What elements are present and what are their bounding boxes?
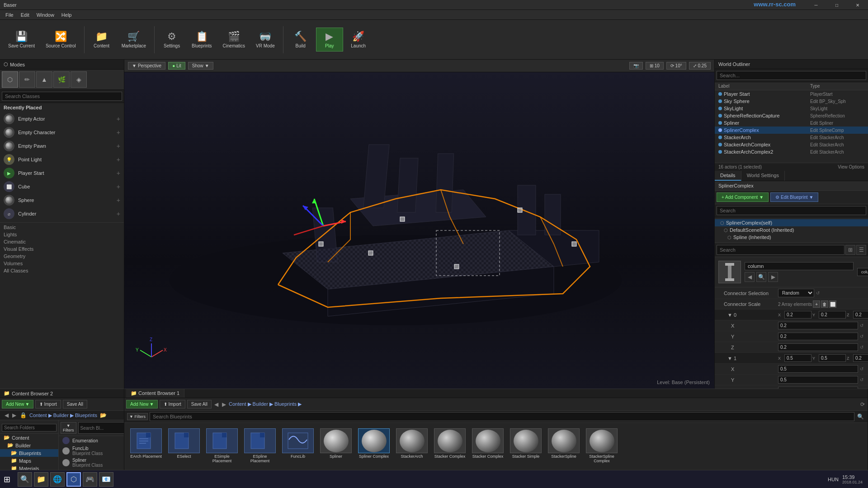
category-basic[interactable]: Basic [0,224,124,231]
place-item-cube[interactable]: ⬜ Cube + [0,180,124,193]
outliner-view-options[interactable]: View Options [838,164,864,169]
y0-input[interactable] [819,311,846,319]
x1-reset[interactable]: ↺ [859,366,864,371]
mode-landscape[interactable]: ▲ [36,71,52,88]
minimize-button[interactable]: ─ [806,0,826,10]
x0-full-input[interactable] [778,322,858,329]
outliner-row-stackerarchcomplex[interactable]: StackerArchComplex Edit StackerArch [715,141,868,148]
prop-next-btn[interactable]: ▶ [768,272,778,282]
asset-eselect[interactable]: ESelect [166,427,202,465]
asset-stackerarch[interactable]: StackerArch [394,427,430,465]
asset-earch-placement[interactable]: EArch Placement [128,427,164,465]
menu-file[interactable]: File [2,11,17,19]
z0-full-input[interactable] [778,343,858,351]
launch-button[interactable]: 🚀 Launch [345,29,372,50]
component-spline[interactable]: ⬡ Spline (Inherited) [715,234,868,241]
mode-place[interactable]: ⬡ [2,71,18,88]
x1-full-input[interactable] [778,365,858,373]
perspective-dropdown[interactable]: ▼ Perspective [128,62,165,70]
taskbar-ue4[interactable]: ⬡ [66,472,81,487]
asset-stackerspline[interactable]: StackerSpline [546,427,582,465]
outliner-row-skylight[interactable]: SkyLight SkyLight [715,105,868,112]
connector-reset-btn[interactable]: ↺ [815,291,821,296]
place-item-cylinder[interactable]: ⌀ Cylinder + [0,207,124,221]
edit-blueprint-button[interactable]: ⚙ Edit Blueprint ▼ [770,192,818,202]
prop-list-view[interactable]: ☰ [856,245,866,255]
properties-search-input[interactable] [717,245,844,255]
place-item-player-start[interactable]: ▶ Player Start + [0,166,124,180]
place-item-empty-actor[interactable]: Empty Actor + [0,112,124,126]
array-add-btn[interactable]: + [813,300,820,308]
show-dropdown[interactable]: Show ▼ [188,62,213,70]
cb2-search-folders-input[interactable] [2,424,57,432]
outliner-row-spliner[interactable]: Spliner Edit Spliner [715,119,868,127]
asset-stacker-simple[interactable]: Stacker Simple [508,427,544,465]
cb2-nav-lock[interactable]: 🔒 [19,412,28,418]
prop-search-btn[interactable]: 🔍 [756,272,766,282]
search-classes-input[interactable] [2,92,122,101]
save-current-button[interactable]: 💾 Save Current [4,29,39,50]
cb1-nav-forward[interactable]: ▶ [221,401,227,408]
category-volumes[interactable]: Volumes [0,260,124,267]
outliner-row-stackerarchcomplex2[interactable]: StackerArchComplex2 Edit StackerArch [715,148,868,155]
y1-full-input[interactable] [778,376,858,384]
camera-options-btn[interactable]: 📷 [629,62,643,70]
windows-start-btn[interactable]: ⊞ [0,474,14,484]
cb2-save-all-btn[interactable]: Save All [63,400,87,408]
category-all-classes[interactable]: All Classes [0,267,124,274]
asset-spliner-complex[interactable]: Spliner Complex [356,427,392,465]
cb2-item-funclib[interactable]: FuncLib Blueprint Class [59,445,124,457]
taskbar-browser[interactable]: 🌐 [50,472,65,487]
outliner-row-skysphere[interactable]: Sky Sphere Edit BP_Sky_Sph [715,98,868,105]
array-delete-btn[interactable]: 🗑 [821,300,828,308]
component-self[interactable]: ⬡ SplinerComplex(self) [715,219,868,226]
category-lights[interactable]: Lights [0,231,124,238]
taskbar-file-explorer[interactable]: 📁 [34,472,48,487]
place-item-empty-character[interactable]: Empty Character + [0,126,124,139]
taskbar-search[interactable]: 🔍 [18,472,32,487]
maximize-button[interactable]: □ [826,0,847,10]
angle-snap-btn[interactable]: ⟳ 10° [666,62,686,70]
prop-grid-view[interactable]: ⊞ [845,245,855,255]
asset-funclib[interactable]: FuncLib [280,427,316,465]
asset-espline-placement[interactable]: ESpline Placement [242,427,278,465]
source-control-button[interactable]: 🔀 Source Control [41,29,80,50]
content-button[interactable]: 📁 Content [88,29,115,50]
x0-input[interactable] [784,311,811,319]
marketplace-button[interactable]: 🛒 Marketplace [117,29,151,50]
close-button[interactable]: ✕ [847,0,868,10]
cb1-import-btn[interactable]: ⬆ Import [160,400,185,408]
cinematics-button[interactable]: 🎬 Cinematics [218,29,250,50]
cb2-folder-blueprints[interactable]: 📂 Blueprints [0,449,58,457]
taskbar-app-6[interactable]: 📧 [99,472,113,487]
asset-stacker-complex-2[interactable]: Stacker Complex [470,427,506,465]
category-cinematic[interactable]: Cinematic [0,238,124,245]
cb2-folder-builder[interactable]: 📂 Builder [0,441,58,449]
cb1-search-icon[interactable]: 🔍 [856,413,865,420]
place-item-point-light[interactable]: 💡 Point Light + [0,153,124,166]
array-copy-btn[interactable]: ⬜ [829,300,836,308]
scale-snap-btn[interactable]: ⤢ 0.25 [689,62,711,70]
z1-input[interactable] [853,354,868,362]
menu-edit[interactable]: Edit [17,11,33,19]
cb1-refresh-btn[interactable]: ⟳ [859,401,866,408]
menu-window[interactable]: Window [33,11,58,19]
tab-details[interactable]: Details [715,171,741,181]
outliner-row-playerstart[interactable]: Player Start PlayerStart [715,90,868,98]
taskbar-app-5[interactable]: 🎮 [83,472,97,487]
cb2-item-enumeration[interactable]: Enumeration [59,436,124,445]
blueprints-button[interactable]: 📋 Blueprints [187,29,216,50]
asset-esimple-placement[interactable]: ESimple Placement [204,427,240,465]
asset-spliner[interactable]: Spliner [318,427,354,465]
prop-mode-dropdown[interactable]: column [857,268,868,276]
mode-paint[interactable]: ✏ [19,71,35,88]
cb2-search-input[interactable] [78,422,124,434]
cb2-add-new-btn[interactable]: Add New ▼ [2,400,33,408]
x0-reset[interactable]: ↺ [859,323,864,328]
cb2-item-spliner[interactable]: Spliner Blueprint Class [59,457,124,469]
connector-selection-dropdown[interactable]: Random [778,289,814,297]
category-visual-effects[interactable]: Visual Effects [0,245,124,253]
menu-help[interactable]: Help [58,11,75,19]
y0-full-input[interactable] [778,333,858,340]
vr-mode-button[interactable]: 🥽 VR Mode [251,29,279,50]
